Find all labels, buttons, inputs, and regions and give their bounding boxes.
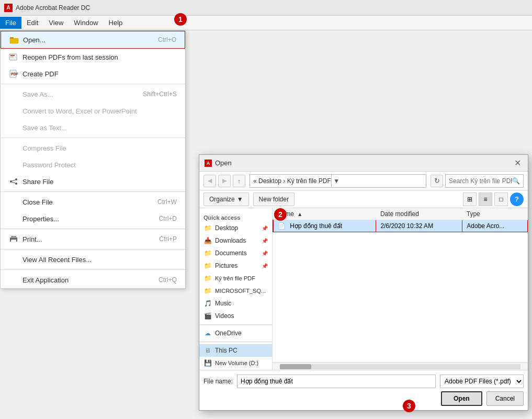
share-icon bbox=[9, 177, 18, 186]
sidebar-thispc-label: This PC bbox=[215, 347, 237, 354]
exit-shortcut: Ctrl+Q bbox=[159, 276, 177, 284]
sidebar-item-videos[interactable]: 🎬 Videos bbox=[199, 310, 272, 322]
password-label: Password Protect bbox=[22, 161, 76, 169]
view-list-button[interactable]: ⊞ bbox=[463, 192, 477, 206]
password-icon bbox=[9, 160, 18, 169]
filename-row: File name: Adobe PDF Files (*.pdf) bbox=[203, 375, 524, 388]
svg-rect-15 bbox=[11, 240, 16, 242]
file-row-0[interactable]: 📄 Hợp đồng thuê đất 2/6/2020 10:32 AM Ad… bbox=[273, 220, 528, 232]
menu-item-exit[interactable]: Exit Application Ctrl+Q bbox=[1, 271, 185, 288]
sidebar-item-kytren[interactable]: 📁 Ký trên file PDF bbox=[199, 272, 272, 285]
sidebar-item-music[interactable]: 🎵 Music bbox=[199, 297, 272, 310]
dialog-sidebar: Quick access 📁 Desktop 📌 📥 Downloads 📌 📁… bbox=[199, 208, 273, 370]
thispc-icon: 🖥 bbox=[203, 346, 212, 355]
new-folder-button[interactable]: New folder bbox=[253, 192, 295, 206]
sidebar-item-newvolume[interactable]: 💾 New Volume (D:) bbox=[199, 357, 272, 369]
pictures-folder-icon: 📁 bbox=[203, 262, 212, 270]
properties-shortcut: Ctrl+D bbox=[159, 215, 177, 222]
recent-label: View All Recent Files... bbox=[22, 256, 92, 264]
share-label: Share File bbox=[22, 178, 53, 186]
view-details-button[interactable]: ≡ bbox=[479, 192, 492, 206]
convert-icon bbox=[9, 106, 18, 116]
search-input[interactable] bbox=[449, 177, 512, 185]
compress-icon bbox=[9, 143, 18, 153]
menu-item-reopen[interactable]: Reopen PDFs from last session bbox=[1, 49, 185, 65]
open-dialog: A Open ✕ ◀ ▶ ↑ « Desktop › Ký trên file … bbox=[199, 154, 528, 411]
file-type-cell: Adobe Acro... bbox=[462, 220, 528, 232]
scroll-thumb[interactable] bbox=[280, 364, 311, 369]
svg-point-9 bbox=[10, 180, 12, 183]
saveas-icon bbox=[9, 89, 18, 99]
menu-view[interactable]: View bbox=[43, 17, 69, 29]
convert-label: Convert to Word, Excel or PowerPoint bbox=[22, 107, 137, 115]
svg-rect-1 bbox=[10, 37, 14, 39]
badge-1: 1 bbox=[174, 13, 187, 26]
menu-item-open[interactable]: Open... Ctrl+O bbox=[1, 31, 185, 49]
col-name[interactable]: Name ▲ bbox=[273, 208, 376, 220]
title-bar: A Adobe Acrobat Reader DC bbox=[0, 0, 532, 16]
menu-file[interactable]: File bbox=[0, 17, 21, 29]
svg-rect-0 bbox=[10, 38, 18, 43]
microsoft-folder-icon: 📁 bbox=[203, 287, 212, 295]
col-type[interactable]: Type bbox=[462, 208, 528, 220]
badge-3: 3 bbox=[403, 400, 415, 412]
sidebar-item-thispc[interactable]: 🖥 This PC bbox=[199, 344, 272, 357]
sidebar-sep2 bbox=[199, 342, 272, 342]
file-table: Name ▲ Date modified Type bbox=[273, 208, 528, 363]
quick-access-label: Quick access bbox=[199, 212, 272, 222]
documents-folder-icon: 📁 bbox=[203, 249, 212, 257]
view-preview-button[interactable]: □ bbox=[494, 192, 508, 206]
menu-item-properties[interactable]: Properties... Ctrl+D bbox=[1, 210, 185, 227]
menu-item-saveastext: Save as Text... bbox=[1, 119, 185, 136]
app-icon: A bbox=[4, 4, 13, 12]
sidebar-item-onedrive[interactable]: ☁ OneDrive bbox=[199, 327, 272, 339]
cancel-button[interactable]: Cancel bbox=[486, 391, 524, 406]
print-shortcut: Ctrl+P bbox=[159, 235, 177, 243]
reopen-icon bbox=[9, 52, 18, 62]
sidebar-item-microsoft[interactable]: 📁 MICROSOFT_SQ... bbox=[199, 285, 272, 297]
dialog-close-button[interactable]: ✕ bbox=[512, 158, 523, 168]
menu-help[interactable]: Help bbox=[104, 17, 128, 29]
badge-2: 2 bbox=[274, 208, 287, 221]
filetype-select[interactable]: Adobe PDF Files (*.pdf) bbox=[440, 375, 524, 388]
dialog-app-icon: A bbox=[205, 160, 212, 167]
breadcrumb-dropdown[interactable]: ▼ bbox=[331, 174, 342, 188]
dialog-buttons: Open Cancel bbox=[203, 391, 524, 406]
open-button[interactable]: Open bbox=[441, 391, 482, 406]
col-date[interactable]: Date modified bbox=[376, 208, 462, 220]
svg-rect-14 bbox=[11, 236, 16, 238]
nav-back-button[interactable]: ◀ bbox=[203, 175, 216, 187]
desktop-folder-icon: 📁 bbox=[203, 224, 212, 232]
saveastext-icon bbox=[9, 123, 18, 132]
nav-up-button[interactable]: ↑ bbox=[233, 175, 245, 187]
menu-item-recent[interactable]: View All Recent Files... bbox=[1, 251, 185, 268]
menu-window[interactable]: Window bbox=[69, 17, 103, 29]
svg-text:PDF: PDF bbox=[11, 72, 18, 76]
dialog-main: Name ▲ Date modified Type bbox=[273, 208, 528, 370]
menu-item-share[interactable]: Share File bbox=[1, 173, 185, 190]
refresh-button[interactable]: ↻ bbox=[431, 175, 443, 187]
sidebar-item-documents[interactable]: 📁 Documents 📌 bbox=[199, 247, 272, 259]
reopen-label: Reopen PDFs from last session bbox=[22, 53, 118, 61]
menu-item-create[interactable]: PDF Create PDF bbox=[1, 65, 185, 82]
menu-edit[interactable]: Edit bbox=[21, 17, 43, 29]
menu-item-print[interactable]: Print... Ctrl+P bbox=[1, 231, 185, 247]
svg-point-10 bbox=[15, 183, 17, 185]
menu-item-close[interactable]: Close File Ctrl+W bbox=[1, 194, 185, 210]
file-date-cell: 2/6/2020 10:32 AM bbox=[376, 220, 462, 232]
sidebar-item-desktop[interactable]: 📁 Desktop 📌 bbox=[199, 222, 272, 234]
sidebar-item-downloads[interactable]: 📥 Downloads 📌 bbox=[199, 234, 272, 247]
sep4 bbox=[1, 229, 185, 229]
svg-line-11 bbox=[12, 180, 15, 181]
create-icon: PDF bbox=[9, 69, 18, 78]
create-label: Create PDF bbox=[22, 70, 59, 78]
nav-forward-button[interactable]: ▶ bbox=[218, 175, 231, 187]
sidebar-sep1 bbox=[199, 324, 272, 325]
file-name-cell: 📄 Hợp đồng thuê đất bbox=[273, 220, 376, 232]
filename-input[interactable] bbox=[237, 375, 436, 388]
sidebar-item-pictures[interactable]: 📁 Pictures 📌 bbox=[199, 259, 272, 272]
svg-line-12 bbox=[12, 182, 15, 183]
organize-button[interactable]: Organize ▼ bbox=[203, 192, 249, 206]
horizontal-scrollbar[interactable] bbox=[273, 363, 528, 370]
help-button[interactable]: ? bbox=[510, 192, 524, 206]
